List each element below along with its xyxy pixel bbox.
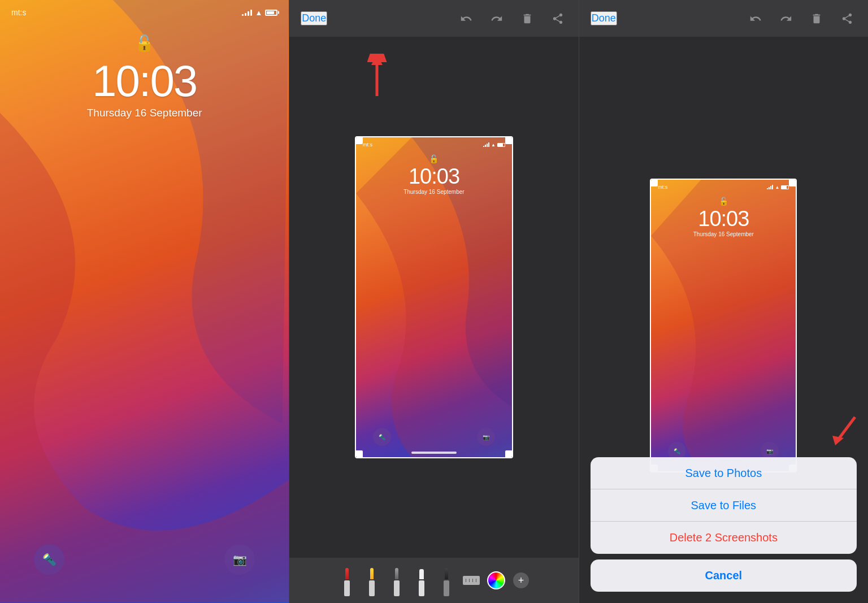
share-button[interactable] bbox=[548, 9, 567, 28]
color-picker-tool[interactable] bbox=[486, 565, 506, 596]
save-to-photos-button[interactable]: Save to Photos bbox=[591, 457, 857, 489]
ss-flashlight-button: 🔦 bbox=[373, 428, 391, 446]
pen-body-gray bbox=[394, 580, 400, 596]
battery-icon bbox=[265, 10, 277, 16]
lock-time: 10:03 bbox=[92, 55, 197, 107]
action-sheet: Save to Photos Save to Files Delete 2 Sc… bbox=[591, 457, 857, 554]
ss3-carrier: mt:s bbox=[658, 184, 667, 190]
crop-handle-bl[interactable] bbox=[355, 450, 363, 458]
pen-tip-gray bbox=[395, 568, 398, 579]
pen-tip-dark bbox=[445, 568, 448, 579]
crop-handle-tl[interactable] bbox=[355, 136, 363, 144]
screenshot-content: mt:s ▲ 🔓 10:0 bbox=[356, 137, 512, 457]
drawing-tools: + bbox=[289, 558, 578, 603]
pen-tool-gray[interactable] bbox=[387, 565, 407, 596]
ss3-signal-icon bbox=[767, 185, 773, 189]
ss-status-bar: mt:s ▲ bbox=[356, 137, 512, 148]
ss-wifi-icon: ▲ bbox=[491, 142, 496, 148]
wifi-icon: ▲ bbox=[255, 8, 262, 17]
editor-canvas: mt:s ▲ 🔓 10:0 bbox=[289, 37, 578, 558]
eraser-tip bbox=[419, 569, 424, 579]
ss3-status-bar: mt:s ▲ bbox=[651, 180, 796, 190]
svg-line-3 bbox=[838, 417, 855, 440]
toolbar-icons bbox=[457, 9, 567, 28]
pen-tip-yellow bbox=[370, 568, 374, 579]
crop-handle-br[interactable] bbox=[505, 450, 513, 458]
status-bar: mt:s ▲ bbox=[0, 0, 289, 17]
panel-screenshot-editor: Done bbox=[289, 0, 578, 603]
camera-button[interactable]: 📷 bbox=[224, 544, 255, 575]
ss3-wifi-icon: ▲ bbox=[775, 185, 779, 190]
done-button[interactable]: Done bbox=[301, 11, 327, 25]
share-button-3[interactable] bbox=[837, 9, 857, 28]
delete-button[interactable] bbox=[518, 9, 537, 28]
redo-button-3[interactable] bbox=[776, 9, 796, 28]
ss-time: 10:03 bbox=[409, 164, 459, 189]
svg-marker-4 bbox=[832, 436, 844, 445]
lock-screen-content: mt:s ▲ 🔓 10:03 Thursday 16 September 🔦 bbox=[0, 0, 289, 603]
red-arrow-annotation bbox=[366, 54, 388, 101]
pen-body-yellow bbox=[369, 580, 375, 596]
ss3-crop-tr bbox=[789, 179, 797, 186]
eraser-tool[interactable] bbox=[411, 565, 432, 596]
lock-icon: 🔓 bbox=[134, 34, 154, 53]
color-circle bbox=[487, 571, 505, 589]
screenshot-frame: mt:s ▲ 🔓 10:0 bbox=[355, 136, 513, 458]
pen-tip-red bbox=[345, 568, 349, 579]
crop-handle-tr[interactable] bbox=[505, 136, 513, 144]
flashlight-button[interactable]: 🔦 bbox=[34, 544, 64, 575]
ss3-crop-tl bbox=[650, 179, 658, 186]
undo-button-3[interactable] bbox=[746, 9, 765, 28]
camera-icon: 📷 bbox=[233, 553, 247, 566]
ss-status-right: ▲ bbox=[483, 142, 505, 148]
svg-marker-2 bbox=[371, 54, 383, 65]
cancel-button[interactable]: Cancel bbox=[591, 559, 857, 592]
redo-button[interactable] bbox=[487, 9, 506, 28]
pen-body-dark bbox=[444, 580, 449, 596]
red-arrow-3 bbox=[818, 414, 858, 450]
flashlight-icon: 🔦 bbox=[42, 553, 57, 566]
pen-tool-dark[interactable] bbox=[436, 565, 457, 596]
ss-home-bar bbox=[411, 452, 457, 454]
share-sheet: Save to Photos Save to Files Delete 2 Sc… bbox=[579, 452, 868, 603]
status-icons: ▲ bbox=[242, 8, 277, 17]
pen-tool-yellow[interactable] bbox=[362, 565, 382, 596]
bottom-controls: 🔦 📷 bbox=[0, 544, 289, 575]
ss3-time: 10:03 bbox=[698, 207, 749, 231]
ss3-battery-icon bbox=[781, 185, 789, 189]
carrier-label: mt:s bbox=[11, 8, 26, 17]
delete-screenshots-button[interactable]: Delete 2 Screenshots bbox=[591, 522, 857, 554]
undo-button[interactable] bbox=[457, 9, 476, 28]
toolbar-icons-3 bbox=[746, 9, 857, 28]
plus-icon: + bbox=[513, 572, 529, 588]
editor-toolbar-3: Done bbox=[579, 0, 868, 37]
ss-camera-icon: 📷 bbox=[483, 434, 489, 440]
ss3-content: mt:s ▲ 🔓 10:0 bbox=[651, 180, 796, 471]
delete-button-3[interactable] bbox=[807, 9, 826, 28]
add-tool-button[interactable]: + bbox=[511, 565, 531, 596]
screenshot-frame-3: mt:s ▲ 🔓 10:0 bbox=[650, 179, 797, 472]
ss-lock-icon: 🔓 bbox=[429, 154, 439, 163]
ss-date: Thursday 16 September bbox=[403, 189, 464, 195]
ss-battery-icon bbox=[497, 143, 505, 147]
panel-share-sheet: Done bbox=[579, 0, 868, 603]
ss-signal-icon bbox=[483, 142, 489, 147]
ruler bbox=[463, 576, 480, 585]
ss3-date: Thursday 16 September bbox=[693, 231, 754, 237]
signal-icon bbox=[242, 9, 252, 16]
ss-carrier: mt:s bbox=[363, 142, 372, 148]
ss3-status-right: ▲ bbox=[767, 184, 789, 190]
eraser-body bbox=[419, 580, 424, 596]
ss3-lock-icon: 🔓 bbox=[719, 197, 728, 206]
editor-toolbar: Done bbox=[289, 0, 578, 37]
pen-body bbox=[344, 580, 350, 596]
ruler-tool[interactable] bbox=[461, 565, 481, 596]
panel-lock-screen: mt:s ▲ 🔓 10:03 Thursday 16 September 🔦 bbox=[0, 0, 289, 603]
ss-camera-button: 📷 bbox=[477, 428, 495, 446]
save-to-files-button[interactable]: Save to Files bbox=[591, 489, 857, 522]
lock-date: Thursday 16 September bbox=[87, 107, 202, 119]
ss-bottom-controls: 🔦 📷 bbox=[356, 428, 512, 446]
done-button-3[interactable]: Done bbox=[591, 11, 617, 25]
ss-flashlight-icon: 🔦 bbox=[379, 434, 385, 440]
pen-tool-red[interactable] bbox=[337, 565, 357, 596]
